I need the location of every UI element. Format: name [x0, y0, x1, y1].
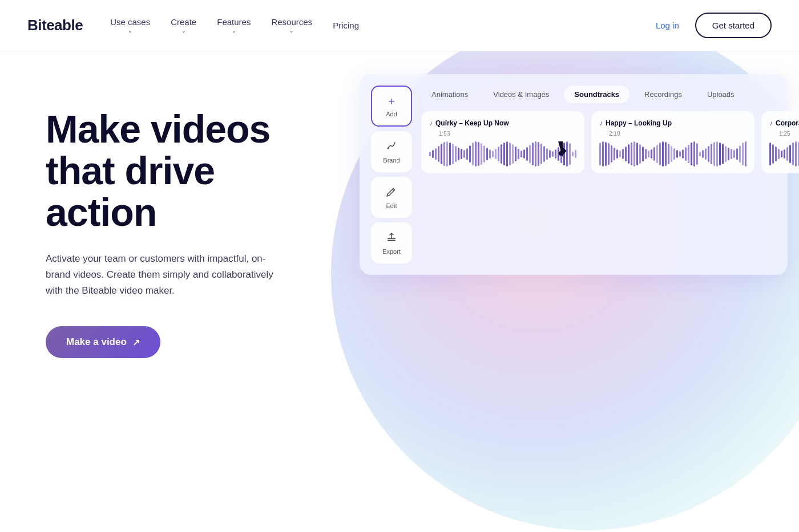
- sidebar-brand-button[interactable]: Brand: [371, 131, 412, 172]
- arrow-icon: ↗: [132, 337, 140, 348]
- sidebar-edit-button[interactable]: Edit: [371, 177, 412, 218]
- card-3-title-row: ♪ Corporate – Home: [769, 119, 799, 127]
- soundtrack-cards: ♪ Quirky – Keep Up Now 1:53 ♪ Happy – Lo…: [421, 111, 799, 173]
- hero-cta-button[interactable]: Make a video ↗: [46, 326, 160, 358]
- music-note-icon: ♪: [599, 119, 603, 127]
- music-note-icon: ♪: [429, 119, 433, 127]
- app-main: Animations Videos & Images Soundtracks R…: [421, 86, 799, 263]
- card-2-duration: 2:10: [609, 131, 746, 137]
- svg-rect-2: [388, 240, 396, 241]
- plus-icon: +: [388, 95, 395, 108]
- nav-actions: Log in Get started: [656, 13, 772, 38]
- hero-section: Make videos that drive action Activate y…: [0, 51, 799, 532]
- hero-subtitle: Activate your team or customers with imp…: [46, 251, 274, 299]
- svg-point-0: [388, 147, 389, 149]
- chevron-down-icon: ⌄: [289, 28, 294, 34]
- tab-recordings[interactable]: Recordings: [634, 86, 692, 103]
- card-1-duration: 1:53: [439, 131, 576, 137]
- chevron-down-icon: ⌄: [181, 28, 186, 34]
- card-3-title: Corporate – Home: [776, 119, 799, 127]
- app-preview: + Add Brand: [360, 74, 788, 275]
- soundtrack-card-3[interactable]: ♪ Corporate – Home 1:25: [761, 111, 799, 173]
- hero-cta-label: Make a video: [66, 336, 127, 348]
- nav-item-create[interactable]: Create ⌄: [171, 17, 196, 34]
- chevron-down-icon: ⌄: [128, 28, 132, 34]
- tab-animations[interactable]: Animations: [421, 86, 478, 103]
- app-tabs: Animations Videos & Images Soundtracks R…: [421, 86, 799, 103]
- login-button[interactable]: Log in: [656, 21, 679, 30]
- sidebar-add-button[interactable]: + Add: [371, 86, 412, 127]
- nav-item-pricing[interactable]: Pricing: [333, 21, 359, 30]
- card-2-title: Happy – Looking Up: [606, 119, 672, 127]
- nav-item-features[interactable]: Features ⌄: [217, 17, 251, 34]
- logo[interactable]: Biteable: [27, 17, 83, 34]
- app-inner: + Add Brand: [371, 86, 776, 263]
- nav-links: Use cases ⌄ Create ⌄ Features ⌄ Resource…: [110, 17, 656, 34]
- card-3-duration: 1:25: [779, 131, 799, 137]
- brand-icon: [386, 140, 397, 155]
- waveform-1: [429, 140, 576, 168]
- edit-icon: [386, 186, 397, 200]
- mouse-cursor: [558, 141, 571, 157]
- svg-rect-1: [388, 238, 396, 239]
- music-note-icon: ♪: [769, 119, 773, 127]
- tab-videos-images[interactable]: Videos & Images: [483, 86, 559, 103]
- hero-left-content: Make videos that drive action Activate y…: [0, 51, 297, 392]
- sidebar-export-button[interactable]: Export: [371, 222, 412, 263]
- app-sidebar: + Add Brand: [371, 86, 412, 263]
- get-started-button[interactable]: Get started: [695, 13, 772, 38]
- nav-item-use-cases[interactable]: Use cases ⌄: [110, 17, 150, 34]
- nav-item-resources[interactable]: Resources ⌄: [271, 17, 312, 34]
- chevron-down-icon: ⌄: [232, 28, 236, 34]
- card-1-title-row: ♪ Quirky – Keep Up Now: [429, 119, 576, 127]
- hero-right-content: + Add Brand: [360, 74, 788, 275]
- tab-uploads[interactable]: Uploads: [697, 86, 745, 103]
- navbar: Biteable Use cases ⌄ Create ⌄ Features ⌄…: [0, 0, 799, 51]
- card-2-title-row: ♪ Happy – Looking Up: [599, 119, 746, 127]
- export-icon: [386, 232, 397, 246]
- soundtrack-card-2[interactable]: ♪ Happy – Looking Up 2:10: [591, 111, 754, 173]
- waveform-2: [599, 140, 746, 168]
- waveform-3: [769, 140, 799, 168]
- hero-title: Make videos that drive action: [46, 108, 297, 233]
- card-1-title: Quirky – Keep Up Now: [435, 119, 509, 127]
- tab-soundtracks[interactable]: Soundtracks: [564, 86, 629, 103]
